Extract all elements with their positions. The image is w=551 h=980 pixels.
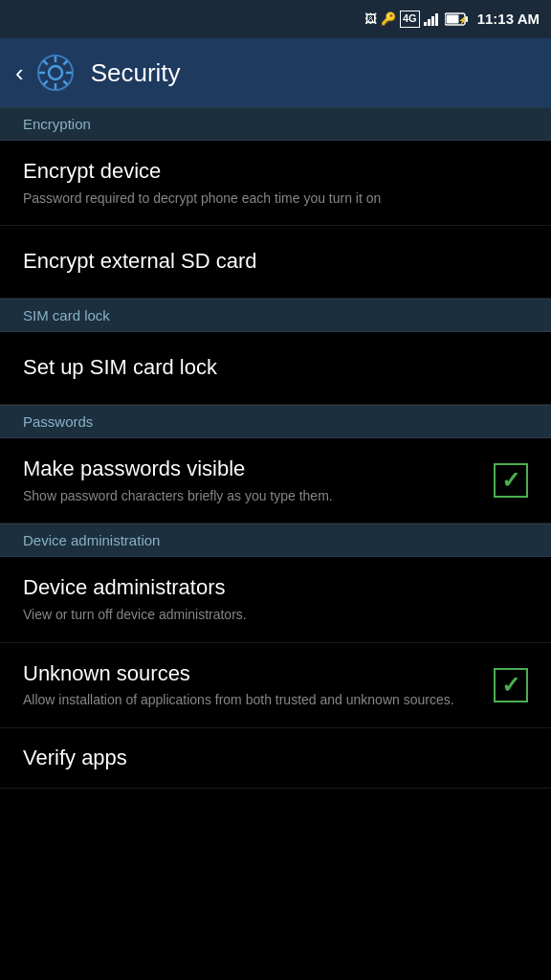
- encrypt-device-subtitle: Password required to decrypt phone each …: [23, 189, 528, 209]
- svg-rect-0: [424, 22, 427, 26]
- make-passwords-visible-item[interactable]: Make passwords visible Show password cha…: [0, 438, 551, 523]
- encrypt-device-title: Encrypt device: [23, 158, 528, 186]
- svg-text:⚡: ⚡: [458, 15, 468, 25]
- make-passwords-visible-title: Make passwords visible: [23, 456, 482, 483]
- setup-sim-lock-title: Set up SIM card lock: [23, 354, 528, 382]
- section-header-sim: SIM card lock: [0, 299, 551, 332]
- status-icons: 🖼 🔑 4G ⚡ 11:13 AM: [364, 11, 540, 27]
- battery-icon: ⚡: [445, 12, 468, 26]
- encrypt-sd-content: Encrypt external SD card: [23, 248, 528, 276]
- status-bar: 🖼 🔑 4G ⚡ 11:13 AM: [0, 0, 551, 38]
- svg-rect-6: [446, 14, 458, 23]
- page-title: Security: [91, 58, 181, 88]
- encrypt-device-content: Encrypt device Password required to decr…: [23, 158, 528, 208]
- device-administrators-item[interactable]: Device administrators View or turn off d…: [0, 557, 551, 642]
- encrypt-sd-title: Encrypt external SD card: [23, 248, 528, 276]
- setup-sim-lock-item[interactable]: Set up SIM card lock: [0, 332, 551, 405]
- unknown-sources-subtitle: Allow installation of applications from …: [23, 691, 482, 710]
- make-passwords-visible-checkbox[interactable]: [494, 463, 528, 498]
- signal-icon: [424, 12, 441, 26]
- make-passwords-visible-subtitle: Show password characters briefly as you …: [23, 487, 482, 506]
- svg-rect-3: [435, 13, 438, 26]
- nav-bar: ‹ Security: [0, 38, 551, 107]
- security-gear-icon: [37, 55, 74, 91]
- svg-rect-1: [428, 19, 430, 26]
- back-button[interactable]: ‹: [15, 60, 24, 85]
- image-icon: 🖼: [364, 11, 377, 26]
- section-header-device-admin: Device administration: [0, 523, 551, 557]
- svg-rect-2: [431, 16, 434, 26]
- unknown-sources-title: Unknown sources: [23, 660, 482, 688]
- unknown-sources-content: Unknown sources Allow installation of ap…: [23, 660, 482, 710]
- encrypt-sd-item[interactable]: Encrypt external SD card: [0, 226, 551, 299]
- section-header-encryption: Encryption: [0, 107, 551, 141]
- section-header-passwords: Passwords: [0, 405, 551, 438]
- network-type-icon: 4G: [400, 11, 420, 27]
- encrypt-device-item[interactable]: Encrypt device Password required to decr…: [0, 141, 551, 226]
- verify-apps-title: Verify apps: [23, 746, 528, 770]
- verify-apps-item[interactable]: Verify apps: [0, 728, 551, 789]
- device-administrators-content: Device administrators View or turn off d…: [23, 574, 528, 624]
- device-administrators-title: Device administrators: [23, 574, 528, 602]
- status-time: 11:13 AM: [477, 11, 540, 27]
- device-administrators-subtitle: View or turn off device administrators.: [23, 606, 528, 625]
- unknown-sources-checkbox[interactable]: [494, 668, 528, 702]
- key-icon: 🔑: [381, 11, 396, 26]
- unknown-sources-item[interactable]: Unknown sources Allow installation of ap…: [0, 643, 551, 728]
- make-passwords-visible-content: Make passwords visible Show password cha…: [23, 456, 482, 505]
- setup-sim-lock-content: Set up SIM card lock: [23, 354, 528, 382]
